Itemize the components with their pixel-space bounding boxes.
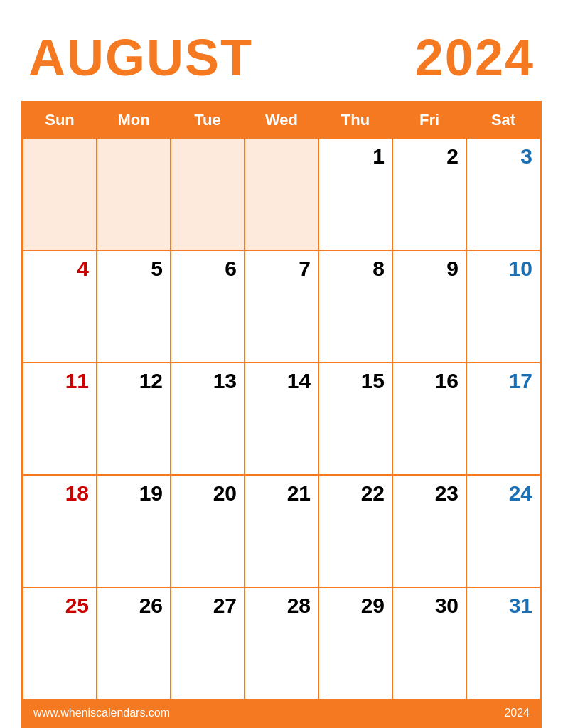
day-18: 18 [65, 481, 89, 505]
day-6: 6 [225, 257, 237, 281]
day-19: 19 [139, 481, 163, 505]
cell-w4-fri: 23 [392, 475, 466, 587]
cell-w3-tue: 13 [171, 363, 245, 475]
day-5: 5 [151, 257, 163, 281]
day-30: 30 [435, 594, 459, 618]
cell-w5-fri: 30 [392, 587, 466, 700]
cell-w4-wed: 21 [245, 475, 318, 587]
day-12: 12 [139, 369, 163, 393]
day-26: 26 [139, 594, 163, 618]
cell-w3-sat: 17 [466, 363, 540, 475]
month-title: AUGUST [28, 28, 253, 87]
header-sun: Sun [23, 102, 97, 138]
day-2: 2 [446, 144, 459, 168]
cell-w3-thu: 15 [318, 363, 392, 475]
cell-w1-fri: 2 [392, 138, 466, 250]
day-25: 25 [65, 594, 89, 618]
cell-w4-sun: 18 [23, 475, 97, 587]
day-16: 16 [435, 369, 459, 393]
cell-w1-sun [23, 138, 97, 250]
day-28: 28 [287, 594, 311, 618]
day-10: 10 [509, 257, 532, 281]
day-15: 15 [361, 369, 385, 393]
day-24: 24 [509, 481, 532, 505]
day-21: 21 [287, 481, 311, 505]
footer-year: 2024 [504, 707, 530, 719]
calendar-header: AUGUST 2024 [21, 21, 542, 101]
cell-w2-fri: 9 [392, 250, 466, 363]
calendar-page: AUGUST 2024 Sun Mon Tue Wed Thu Fri Sat [0, 0, 563, 728]
calendar-container: Sun Mon Tue Wed Thu Fri Sat 1 [21, 101, 542, 728]
day-13: 13 [213, 369, 237, 393]
cell-w4-sat: 24 [466, 475, 540, 587]
cell-w1-wed [245, 138, 318, 250]
day-7: 7 [299, 257, 311, 281]
header-fri: Fri [392, 102, 466, 138]
day-14: 14 [287, 369, 311, 393]
header-tue: Tue [171, 102, 245, 138]
cell-w2-sat: 10 [466, 250, 540, 363]
day-17: 17 [509, 369, 532, 393]
cell-w5-mon: 26 [97, 587, 171, 700]
cell-w1-mon [97, 138, 171, 250]
cell-w3-fri: 16 [392, 363, 466, 475]
cell-w1-sat: 3 [466, 138, 540, 250]
day-23: 23 [435, 481, 459, 505]
cell-w1-tue [171, 138, 245, 250]
cell-w3-wed: 14 [245, 363, 318, 475]
cell-w2-mon: 5 [97, 250, 171, 363]
header-thu: Thu [318, 102, 392, 138]
day-31: 31 [509, 594, 532, 618]
cell-w2-sun: 4 [23, 250, 97, 363]
day-9: 9 [446, 257, 459, 281]
calendar-grid: 1 2 3 4 5 6 7 8 [23, 138, 540, 700]
cell-w2-thu: 8 [318, 250, 392, 363]
cell-w5-sun: 25 [23, 587, 97, 700]
day-4: 4 [77, 257, 89, 281]
cell-w3-sun: 11 [23, 363, 97, 475]
day-20: 20 [213, 481, 237, 505]
day-1: 1 [372, 144, 385, 168]
cell-w4-tue: 20 [171, 475, 245, 587]
cell-w5-wed: 28 [245, 587, 318, 700]
day-27: 27 [213, 594, 237, 618]
day-8: 8 [372, 257, 385, 281]
header-sat: Sat [466, 102, 540, 138]
cell-w4-mon: 19 [97, 475, 171, 587]
day-22: 22 [361, 481, 385, 505]
cell-w5-sat: 31 [466, 587, 540, 700]
calendar-footer: www.wheniscalendars.com 2024 [23, 700, 540, 727]
day-headers-row: Sun Mon Tue Wed Thu Fri Sat [23, 102, 540, 138]
cell-w5-tue: 27 [171, 587, 245, 700]
cell-w3-mon: 12 [97, 363, 171, 475]
cell-w2-tue: 6 [171, 250, 245, 363]
cell-w1-thu: 1 [318, 138, 392, 250]
year-title: 2024 [415, 28, 535, 87]
footer-url: www.wheniscalendars.com [33, 707, 170, 719]
cell-w4-thu: 22 [318, 475, 392, 587]
day-11: 11 [65, 369, 89, 393]
day-29: 29 [361, 594, 385, 618]
cell-w5-thu: 29 [318, 587, 392, 700]
header-wed: Wed [245, 102, 318, 138]
header-mon: Mon [97, 102, 171, 138]
cell-w2-wed: 7 [245, 250, 318, 363]
day-3: 3 [520, 144, 532, 168]
